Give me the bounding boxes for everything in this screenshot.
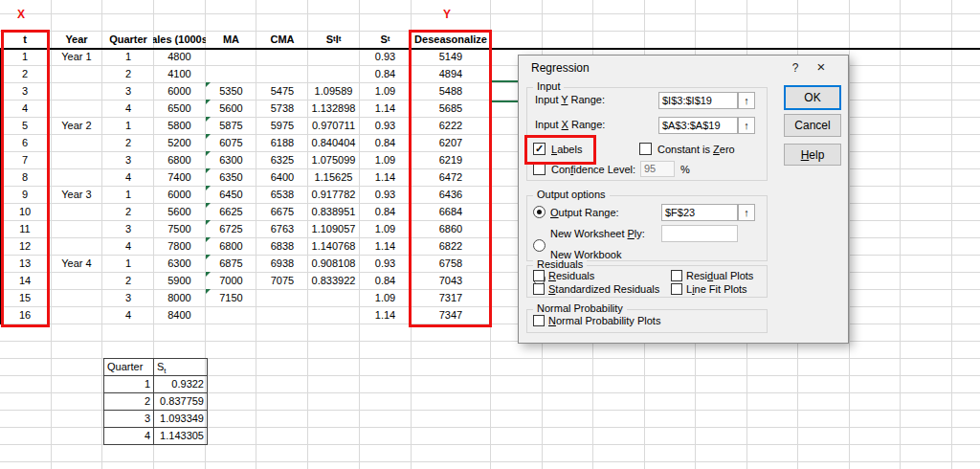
cell-cma-7[interactable]: 6325 — [256, 151, 308, 168]
cell-quarter-9[interactable]: 1 — [103, 186, 153, 203]
output-range-label[interactable]: Output Range: — [550, 207, 619, 218]
cell-sales-4[interactable]: 6500 — [153, 100, 206, 117]
cell-year-8[interactable] — [50, 168, 103, 186]
normal-probability-plots-label[interactable]: Normal Probability Plots — [548, 315, 660, 326]
cell-st-14[interactable]: 0.84 — [359, 272, 412, 289]
cell-sales-15[interactable]: 8000 — [153, 289, 206, 306]
cell-year-14[interactable] — [50, 272, 103, 289]
collapse-dialog-icon[interactable]: ↑ — [738, 117, 755, 134]
seasonal-cell-2-1[interactable]: 1.093349 — [154, 411, 208, 428]
cell-ma-1[interactable] — [206, 48, 256, 65]
cell-year-12[interactable] — [50, 237, 103, 255]
cell-ma-2[interactable] — [206, 65, 256, 82]
cell-ma-11[interactable]: 6725 — [206, 220, 256, 237]
cell-year-15[interactable] — [50, 289, 103, 306]
cell-cma-15[interactable] — [256, 289, 308, 306]
cell-cma-8[interactable]: 6400 — [256, 168, 308, 186]
header-sales[interactable]: ales (1000s — [153, 31, 206, 48]
cell-year-2[interactable] — [50, 65, 103, 82]
cell-stit-5[interactable]: 0.970711 — [308, 117, 359, 134]
cell-st-5[interactable]: 0.93 — [359, 117, 412, 134]
cell-stit-10[interactable]: 0.838951 — [308, 203, 359, 220]
residual-plots-label[interactable]: Residual Plots — [686, 270, 753, 281]
cell-cma-6[interactable]: 6188 — [256, 134, 308, 151]
cell-stit-1[interactable] — [308, 48, 359, 65]
cell-st-15[interactable]: 1.09 — [359, 289, 412, 306]
cell-st-16[interactable]: 1.14 — [359, 306, 412, 324]
cell-quarter-2[interactable]: 2 — [103, 65, 153, 82]
cell-cma-12[interactable]: 6838 — [256, 237, 308, 255]
cell-st-9[interactable]: 0.93 — [359, 186, 412, 203]
cell-sales-10[interactable]: 5600 — [153, 203, 206, 220]
cell-year-13[interactable]: Year 4 — [50, 255, 103, 272]
cell-ma-10[interactable]: 6625 — [206, 203, 256, 220]
constant-is-zero-label[interactable]: Constant is Zero — [657, 144, 735, 155]
cell-stit-9[interactable]: 0.917782 — [308, 186, 359, 203]
cell-quarter-11[interactable]: 3 — [103, 220, 153, 237]
cell-cma-3[interactable]: 5475 — [256, 82, 308, 100]
cell-stit-12[interactable]: 1.140768 — [308, 237, 359, 255]
cell-year-16[interactable] — [50, 306, 103, 324]
cell-year-5[interactable]: Year 2 — [50, 117, 103, 134]
cell-sales-8[interactable]: 7400 — [153, 168, 206, 186]
collapse-dialog-icon[interactable]: ↑ — [738, 204, 755, 221]
cell-ma-4[interactable]: 5600 — [206, 100, 256, 117]
cell-stit-15[interactable] — [308, 289, 359, 306]
confidence-level-label[interactable]: Confidence Level: — [551, 164, 635, 175]
dialog-help-icon[interactable]: ? — [788, 61, 803, 75]
cell-st-13[interactable]: 0.93 — [359, 255, 412, 272]
cell-sales-5[interactable]: 5800 — [153, 117, 206, 134]
cell-sales-1[interactable]: 4800 — [153, 48, 206, 65]
normal-probability-plots-checkbox[interactable]: ✓ — [533, 315, 545, 326]
cell-stit-13[interactable]: 0.908108 — [308, 255, 359, 272]
cell-sales-16[interactable]: 8400 — [153, 306, 206, 324]
cell-stit-4[interactable]: 1.132898 — [308, 100, 359, 117]
cell-year-4[interactable] — [50, 100, 103, 117]
standardized-residuals-checkbox[interactable]: ✓ — [533, 283, 545, 295]
seasonal-cell-0-0[interactable]: 1 — [104, 376, 154, 393]
cell-ma-12[interactable]: 6800 — [206, 237, 256, 255]
cell-quarter-5[interactable]: 1 — [103, 117, 153, 134]
cell-year-1[interactable]: Year 1 — [50, 48, 103, 65]
cell-st-6[interactable]: 0.84 — [359, 134, 412, 151]
cell-cma-11[interactable]: 6763 — [256, 220, 308, 237]
cell-year-9[interactable]: Year 3 — [50, 186, 103, 203]
cell-quarter-13[interactable]: 1 — [103, 255, 153, 272]
cell-sales-9[interactable]: 6000 — [153, 186, 206, 203]
cell-sales-12[interactable]: 7800 — [153, 237, 206, 255]
cell-cma-2[interactable] — [256, 65, 308, 82]
seasonal-cell-1-0[interactable]: 2 — [104, 393, 154, 411]
close-icon[interactable]: × — [812, 58, 831, 75]
new-worksheet-ply-field[interactable] — [661, 225, 738, 242]
line-fit-plots-label[interactable]: Line Fit Plots — [686, 283, 747, 295]
seasonal-cell-2-0[interactable]: 3 — [104, 411, 154, 428]
cell-st-12[interactable]: 1.14 — [359, 237, 412, 255]
header-ma[interactable]: MA — [206, 31, 256, 48]
cell-stit-14[interactable]: 0.833922 — [308, 272, 359, 289]
cell-sales-13[interactable]: 6300 — [153, 255, 206, 272]
confidence-level-field[interactable]: 95 — [640, 161, 675, 177]
cell-sales-7[interactable]: 6800 — [153, 151, 206, 168]
cell-quarter-15[interactable]: 3 — [103, 289, 153, 306]
collapse-dialog-icon[interactable]: ↑ — [738, 92, 755, 109]
cell-cma-5[interactable]: 5975 — [256, 117, 308, 134]
cell-quarter-14[interactable]: 2 — [103, 272, 153, 289]
cell-st-8[interactable]: 1.14 — [359, 168, 412, 186]
cell-cma-4[interactable]: 5738 — [256, 100, 308, 117]
cell-st-2[interactable]: 0.84 — [359, 65, 412, 82]
cell-stit-16[interactable] — [308, 306, 359, 324]
cell-ma-13[interactable]: 6875 — [206, 255, 256, 272]
cell-quarter-10[interactable]: 2 — [103, 203, 153, 220]
cell-cma-9[interactable]: 6538 — [256, 186, 308, 203]
cell-quarter-8[interactable]: 4 — [103, 168, 153, 186]
seasonal-header-1[interactable]: St — [154, 359, 208, 376]
cell-stit-2[interactable] — [308, 65, 359, 82]
cell-quarter-1[interactable]: 1 — [103, 48, 153, 65]
header-stit[interactable]: StIt — [308, 31, 359, 48]
seasonal-header-0[interactable]: Quarter — [104, 359, 154, 376]
cell-stit-6[interactable]: 0.840404 — [308, 134, 359, 151]
cell-quarter-6[interactable]: 2 — [103, 134, 153, 151]
cell-year-10[interactable] — [50, 203, 103, 220]
cell-year-3[interactable] — [50, 82, 103, 100]
cell-stit-3[interactable]: 1.09589 — [308, 82, 359, 100]
